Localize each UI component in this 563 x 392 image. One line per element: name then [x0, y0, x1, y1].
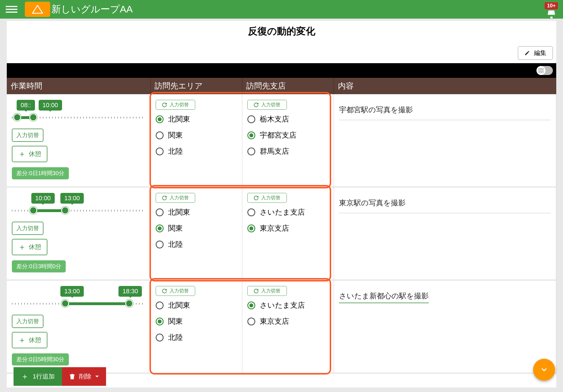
page-title: 反復の動的変化: [7, 21, 556, 46]
branch-radio-option[interactable]: さいたま支店: [247, 207, 329, 217]
switch-input-button[interactable]: 入力切替: [247, 286, 287, 296]
refresh-icon: [162, 196, 167, 200]
content-text[interactable]: 東京駅の写真を撮影: [339, 193, 551, 208]
area-radio-option[interactable]: 北関東: [156, 300, 237, 310]
time-start-badge[interactable]: 08::: [17, 100, 35, 111]
radio-label: 北関東: [168, 300, 190, 310]
branch-radio-option[interactable]: 東京支店: [247, 316, 329, 326]
break-label: 休憩: [29, 336, 41, 344]
time-diff-chip: 差分:0日1時間30分: [12, 167, 69, 179]
fab-expand-button[interactable]: [533, 359, 555, 381]
footer-actions: ＋ 1行追加 削除: [14, 367, 106, 386]
time-end-badge[interactable]: 13:00: [60, 193, 84, 204]
view-toggle[interactable]: [536, 66, 553, 75]
area-radio-option[interactable]: 関東: [156, 316, 237, 326]
refresh-icon: [254, 289, 258, 293]
radio-icon: [156, 131, 164, 139]
slider-handle-end[interactable]: [125, 299, 133, 307]
area-radio-option[interactable]: 関東: [156, 223, 237, 233]
notification-button[interactable]: 10+: [545, 2, 558, 18]
delete-button[interactable]: 削除: [62, 367, 106, 386]
radio-label: さいたま支店: [260, 300, 305, 310]
app-logo[interactable]: [25, 2, 50, 17]
branch-radio-option[interactable]: 東京支店: [247, 223, 329, 233]
area-radio-option[interactable]: 北陸: [156, 146, 237, 156]
switch-input-button[interactable]: 入力切替: [156, 286, 195, 296]
content-cell: 宇都宮駅の写真を撮影: [334, 94, 556, 187]
add-row-label: 1行追加: [33, 372, 55, 381]
area-radio-option[interactable]: 北陸: [156, 332, 237, 342]
radio-label: 栃木支店: [260, 114, 289, 124]
radio-icon: [156, 318, 164, 325]
radio-label: 東京支店: [260, 316, 289, 326]
radio-icon: [247, 301, 255, 309]
radio-icon: [156, 241, 164, 248]
radio-label: 北陸: [168, 239, 183, 249]
slider-handle-start[interactable]: [29, 206, 37, 214]
add-row-button[interactable]: ＋ 1行追加: [14, 367, 62, 386]
branch-radio-option[interactable]: 群馬支店: [247, 146, 329, 156]
time-start-badge[interactable]: 10:00: [31, 193, 55, 204]
delete-label: 削除: [79, 372, 91, 381]
slider-handle-start[interactable]: [13, 113, 21, 121]
time-range-slider[interactable]: [12, 210, 145, 212]
grid-view-icon: [536, 66, 546, 75]
content-cell: さいたま新都心の駅を撮影: [334, 280, 556, 373]
switch-input-button[interactable]: 入力切替: [156, 193, 195, 203]
content-text[interactable]: さいたま新都心の駅を撮影: [339, 286, 429, 303]
area-cell: 入力切替北関東関東北陸: [151, 187, 242, 280]
switch-input-button[interactable]: 入力切替: [12, 315, 43, 328]
branch-radio-option[interactable]: 栃木支店: [247, 114, 329, 124]
time-range-slider[interactable]: [12, 117, 145, 118]
radio-icon: [156, 208, 164, 216]
time-cell: 08:: 10:00入力切替＋休憩差分:0日1時間30分: [7, 94, 151, 187]
content-cell: 東京駅の写真を撮影: [334, 187, 556, 280]
time-range-slider[interactable]: [12, 303, 145, 305]
radio-label: 北関東: [168, 207, 190, 217]
time-cell: 13:0018:30入力切替＋休憩差分:0日5時間30分: [7, 280, 151, 373]
radio-icon: [247, 318, 255, 325]
svg-rect-0: [539, 68, 543, 73]
break-button[interactable]: ＋休憩: [12, 146, 47, 162]
area-radio-option[interactable]: 関東: [156, 130, 237, 140]
area-radio-option[interactable]: 北関東: [156, 207, 237, 217]
refresh-icon: [254, 103, 258, 107]
triangle-warning-icon: [32, 5, 43, 14]
radio-label: 群馬支店: [260, 146, 289, 156]
branch-cell: 入力切替さいたま支店東京支店: [242, 187, 334, 280]
branch-radio-option[interactable]: 宇都宮支店: [247, 130, 329, 140]
slider-handle-end[interactable]: [29, 113, 37, 121]
switch-input-button[interactable]: 入力切替: [247, 193, 287, 203]
break-button[interactable]: ＋休憩: [12, 239, 47, 255]
radio-label: さいたま支店: [260, 207, 305, 217]
branch-radio-option[interactable]: さいたま支店: [247, 300, 329, 310]
edit-button[interactable]: 編集: [518, 46, 553, 60]
radio-icon: [247, 147, 255, 155]
pencil-icon: [524, 50, 530, 56]
radio-label: 宇都宮支店: [260, 130, 296, 140]
refresh-icon: [162, 103, 167, 107]
switch-input-button[interactable]: 入力切替: [247, 100, 287, 110]
area-radio-option[interactable]: 北関東: [156, 114, 237, 124]
hamburger-menu-icon[interactable]: [6, 3, 17, 15]
time-start-badge[interactable]: 13:00: [60, 286, 84, 297]
branch-cell: 入力切替さいたま支店東京支店: [242, 280, 334, 373]
radio-label: 北陸: [168, 146, 183, 156]
radio-icon: [247, 131, 255, 139]
radio-icon: [156, 334, 164, 342]
radio-label: 関東: [168, 316, 183, 326]
switch-input-button[interactable]: 入力切替: [156, 100, 195, 110]
time-cell: 10:0013:00入力切替＋休憩差分:0日3時間0分: [7, 187, 151, 280]
column-header-time: 作業時間: [7, 78, 151, 94]
area-cell: 入力切替北関東関東北陸: [151, 280, 242, 373]
content-text[interactable]: 宇都宮駅の写真を撮影: [339, 100, 551, 115]
slider-handle-end[interactable]: [61, 206, 69, 214]
time-end-badge[interactable]: 18:30: [118, 286, 142, 297]
break-button[interactable]: ＋休憩: [12, 332, 47, 348]
toolbar-strip: [7, 63, 556, 78]
switch-input-button[interactable]: 入力切替: [12, 222, 43, 235]
area-radio-option[interactable]: 北陸: [156, 239, 237, 249]
time-end-badge[interactable]: 10:00: [39, 100, 62, 111]
switch-input-button[interactable]: 入力切替: [12, 129, 43, 142]
slider-handle-start[interactable]: [61, 299, 69, 307]
